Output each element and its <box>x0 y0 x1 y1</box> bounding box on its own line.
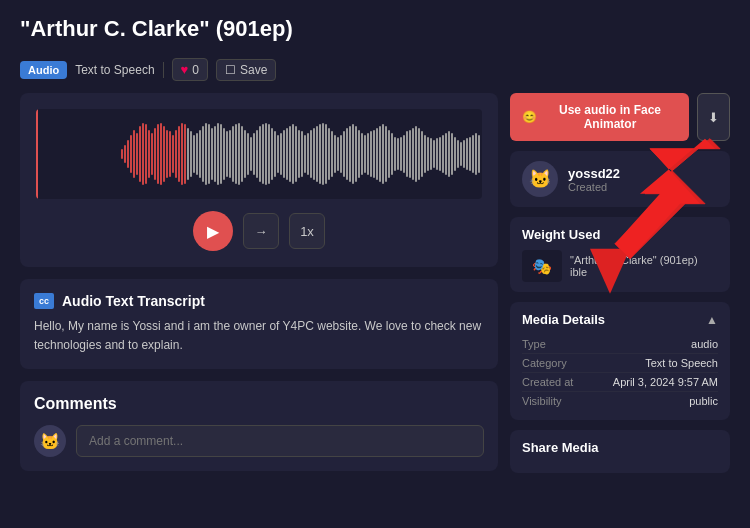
detail-value: public <box>689 395 718 407</box>
waveform-bar <box>226 131 228 176</box>
media-details-title: Media Details <box>522 312 605 327</box>
transcript-icon: cc <box>34 293 54 309</box>
play-icon: ▶ <box>207 222 219 241</box>
waveform-bar <box>334 135 336 173</box>
waveform-bar <box>403 135 405 173</box>
waveform-bar <box>217 123 219 186</box>
heart-icon: ♥ <box>181 62 189 77</box>
waveform-bar <box>373 130 375 179</box>
creator-info: yossd22 Created <box>568 166 620 193</box>
like-button[interactable]: ♥ 0 <box>172 58 208 81</box>
waveform-bar <box>175 130 177 179</box>
detail-value: April 3, 2024 9:57 AM <box>613 376 718 388</box>
right-panel: 😊 Use audio in Face Animator ⬇ 🐱 yossd22… <box>510 93 730 512</box>
detail-value: Text to Speech <box>645 357 718 369</box>
tts-label: Text to Speech <box>75 63 154 77</box>
waveform-bar <box>472 135 474 173</box>
waveform-bar <box>172 135 174 173</box>
save-label: Save <box>240 63 267 77</box>
waveform-bar <box>283 130 285 179</box>
waveform-container[interactable]: // This script runs inline and won't exe… <box>36 109 482 199</box>
weight-used-title: Weight Used <box>522 227 718 242</box>
save-icon: ☐ <box>225 63 236 77</box>
waveform-bar <box>376 128 378 180</box>
waveform-bar <box>286 128 288 180</box>
waveform-bar <box>124 145 126 162</box>
waveform-bar <box>451 133 453 175</box>
waveform-bar <box>178 126 180 182</box>
speed-label: 1x <box>300 224 314 239</box>
waveform-bar <box>328 128 330 180</box>
waveform-bar <box>214 126 216 182</box>
media-details-header: Media Details ▲ <box>522 312 718 327</box>
waveform-bar <box>268 124 270 183</box>
waveform-bar <box>280 133 282 175</box>
comment-avatar-icon: 🐱 <box>40 432 60 451</box>
waveform-bar <box>256 130 258 179</box>
download-icon: ⬇ <box>708 110 719 125</box>
waveform-bar <box>145 124 147 183</box>
play-button[interactable]: ▶ <box>193 211 233 251</box>
download-button[interactable]: ⬇ <box>697 93 730 141</box>
share-media-title: Share Media <box>522 440 718 455</box>
transcript-card: cc Audio Text Transcript Hello, My name … <box>20 279 498 369</box>
creator-label: Created <box>568 181 620 193</box>
waveform-bar <box>142 123 144 186</box>
waveform-bar <box>409 130 411 179</box>
weight-item: 🎭 "Arthur C. Clarke" (901ep) ible <box>522 250 718 282</box>
waveform-bar <box>454 137 456 172</box>
waveform-bar <box>313 128 315 180</box>
waveform-bar <box>220 124 222 183</box>
waveform-bar <box>382 124 384 183</box>
waveform-bar <box>478 135 480 173</box>
weight-item-sub: ible <box>570 266 698 278</box>
waveform-bar <box>433 140 435 168</box>
waveform-bar <box>355 126 357 182</box>
waveform-bar <box>439 137 441 172</box>
waveform-bar <box>139 126 141 182</box>
waveform-bar <box>358 130 360 179</box>
waveform-bar <box>385 126 387 182</box>
next-button[interactable]: → <box>243 213 279 249</box>
waveform-bar <box>133 130 135 179</box>
detail-value: audio <box>691 338 718 350</box>
waveform-bar <box>136 133 138 175</box>
waveform-bar <box>352 124 354 183</box>
waveform-bar <box>301 131 303 176</box>
waveform-bar <box>394 137 396 172</box>
waveform-bar <box>448 131 450 176</box>
use-audio-button[interactable]: 😊 Use audio in Face Animator <box>510 93 689 141</box>
waveform-bar <box>424 135 426 173</box>
weight-thumb-icon: 🎭 <box>532 257 552 276</box>
waveform-bar <box>466 138 468 169</box>
waveform-bar <box>205 123 207 186</box>
waveform-bar <box>130 135 132 173</box>
waveform-bar <box>277 135 279 173</box>
creator-avatar-icon: 🐱 <box>529 168 551 190</box>
save-button[interactable]: ☐ Save <box>216 59 276 81</box>
next-icon: → <box>255 224 268 239</box>
waveform-bar <box>349 126 351 182</box>
comment-input[interactable] <box>76 425 484 457</box>
waveform-bar <box>304 135 306 173</box>
waveform-bar <box>289 126 291 182</box>
like-count: 0 <box>192 63 199 77</box>
media-detail-row: Visibilitypublic <box>522 392 718 410</box>
waveform-bar <box>343 131 345 176</box>
media-detail-row: Created atApril 3, 2024 9:57 AM <box>522 373 718 392</box>
comments-section: Comments 🐱 <box>20 381 498 471</box>
waveform-bar <box>475 133 477 175</box>
waveform-bar <box>184 124 186 183</box>
waveform-bar <box>121 149 123 159</box>
waveform-bar <box>154 128 156 180</box>
waveform-bar <box>250 137 252 172</box>
waveform-bar <box>370 131 372 176</box>
detail-label: Type <box>522 338 546 350</box>
media-detail-rows: TypeaudioCategoryText to SpeechCreated a… <box>522 335 718 410</box>
waveform-bar <box>247 133 249 175</box>
waveform-bar <box>460 142 462 166</box>
comments-title: Comments <box>34 395 484 413</box>
weight-thumbnail: 🎭 <box>522 250 562 282</box>
waveform-bar <box>232 126 234 182</box>
speed-button[interactable]: 1x <box>289 213 325 249</box>
